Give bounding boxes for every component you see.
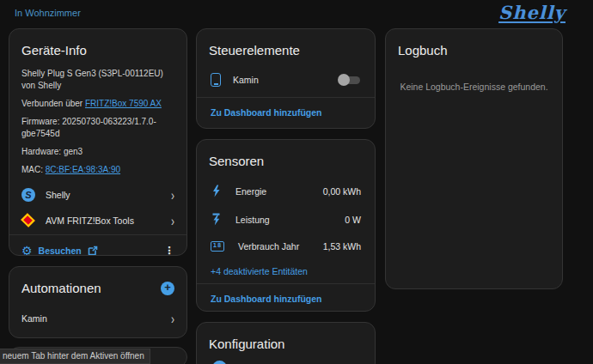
counter-icon: 18	[211, 241, 224, 252]
device-info-details: Shelly Plug S Gen3 (S3PL-00112EU) von Sh…	[9, 66, 186, 176]
lightning-bolt-icon	[211, 185, 222, 197]
configuration-title: Konfiguration	[197, 323, 375, 360]
configuration-card: Konfiguration	[196, 322, 376, 364]
kamin-toggle-switch[interactable]	[338, 74, 361, 86]
sensor-row-leistung[interactable]: Leistung 0 W	[197, 205, 375, 234]
avm-logo-icon	[21, 213, 35, 228]
shelly-brand-logo: Shelly	[498, 2, 565, 23]
router-link[interactable]: FRITZ!Box 7590 AX	[85, 99, 162, 108]
automation-row-kamin[interactable]: Kamin ›	[9, 304, 186, 331]
sensor-label: Verbrauch Jahr	[238, 241, 309, 252]
sensor-value: 0,00 kWh	[323, 186, 361, 197]
sensor-value: 1,53 kWh	[323, 241, 361, 252]
overflow-menu-icon[interactable]: ⋮	[164, 245, 174, 256]
device-model: Shelly Plug S Gen3 (S3PL-00112EU)	[21, 68, 174, 80]
device-connection: Verbunden über FRITZ!Box 7590 AX	[21, 98, 174, 110]
device-hardware: Hardware: gen3	[21, 146, 174, 158]
logbook-empty-message: Keine Logbuch-Ereignisse gefunden.	[386, 66, 562, 92]
automations-card: Automationen + Kamin ›	[9, 266, 187, 338]
sensor-row-energie[interactable]: Energie 0,00 kWh	[197, 177, 375, 205]
chevron-right-icon: ›	[171, 212, 174, 229]
sensors-card: Sensoren Energie 0,00 kWh Leistung 0 W 1…	[196, 139, 376, 312]
card-divider	[197, 97, 375, 98]
breadcrumb-area-link[interactable]: In Wohnzimmer	[15, 8, 81, 18]
sensor-row-verbrauch-jahr[interactable]: 18 Verbrauch Jahr 1,53 kWh	[197, 234, 375, 259]
device-info-title: Geräte-Info	[9, 29, 186, 66]
control-row-kamin: Kamin	[197, 66, 375, 95]
visit-label: Besuchen	[39, 246, 82, 256]
power-plug-icon	[211, 73, 221, 87]
add-automation-button[interactable]: +	[161, 282, 174, 295]
disabled-entities-link[interactable]: +4 deaktivierte Entitäten	[197, 259, 375, 282]
device-page: In Wohnzimmer Shelly Geräte-Info Shelly …	[0, 0, 593, 364]
integration-row-avm[interactable]: AVM FRITZ!Box Tools ›	[9, 208, 186, 233]
controls-title: Steuerelemente	[197, 29, 375, 66]
sensor-value: 0 W	[345, 215, 361, 225]
flash-icon	[211, 213, 222, 226]
toggle-knob	[338, 74, 350, 86]
visit-device-row[interactable]: ⚙ Besuchen ⋮	[9, 237, 186, 256]
add-to-dashboard-link[interactable]: Zu Dashboard hinzufügen	[197, 100, 375, 127]
sensor-label: Energie	[235, 186, 309, 197]
integration-label: AVM FRITZ!Box Tools	[46, 215, 161, 226]
sensors-title: Sensoren	[197, 140, 375, 177]
chevron-right-icon: ›	[171, 186, 174, 203]
device-mac: MAC: 8C:BF:EA:98:3A:90	[21, 164, 174, 176]
device-info-card: Geräte-Info Shelly Plug S Gen3 (S3PL-001…	[9, 28, 187, 256]
card-divider	[197, 283, 375, 284]
gear-icon: ⚙	[21, 245, 33, 256]
external-link-icon	[88, 246, 98, 256]
config-entity-icon	[212, 361, 227, 364]
card-divider	[9, 234, 186, 235]
chevron-right-icon: ›	[171, 310, 174, 327]
device-firmware: Firmware: 20250730-063223/1.7.0-gbe7545d	[21, 116, 174, 140]
automations-title: Automationen	[9, 267, 161, 304]
add-to-dashboard-link[interactable]: Zu Dashboard hinzufügen	[197, 286, 375, 312]
logbook-title: Logbuch	[386, 29, 562, 66]
browser-status-tooltip: neuem Tab hinter dem Aktiven öffnen	[0, 349, 150, 364]
device-manufacturer: von Shelly	[21, 80, 174, 92]
shelly-logo-icon: S	[21, 188, 35, 202]
integration-row-shelly[interactable]: S Shelly ›	[9, 182, 186, 208]
integration-label: Shelly	[46, 190, 161, 200]
mac-link[interactable]: 8C:BF:EA:98:3A:90	[46, 165, 120, 174]
sensor-label: Leistung	[235, 215, 331, 225]
logbook-card: Logbuch Keine Logbuch-Ereignisse gefunde…	[385, 28, 563, 289]
controls-card: Steuerelemente Kamin Zu Dashboard hinzuf…	[196, 28, 376, 129]
control-label: Kamin	[233, 75, 259, 85]
automation-label: Kamin	[21, 313, 161, 324]
